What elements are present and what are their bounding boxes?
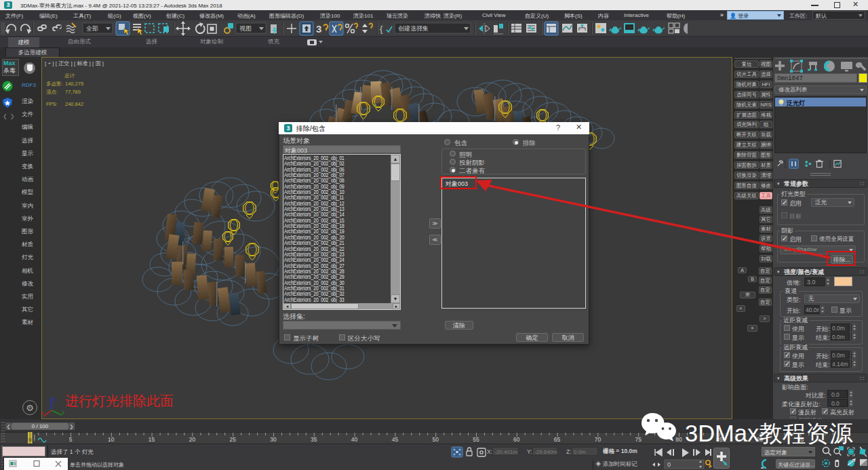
svg-text:3DMax教程资源: 3DMax教程资源 — [685, 420, 853, 446]
